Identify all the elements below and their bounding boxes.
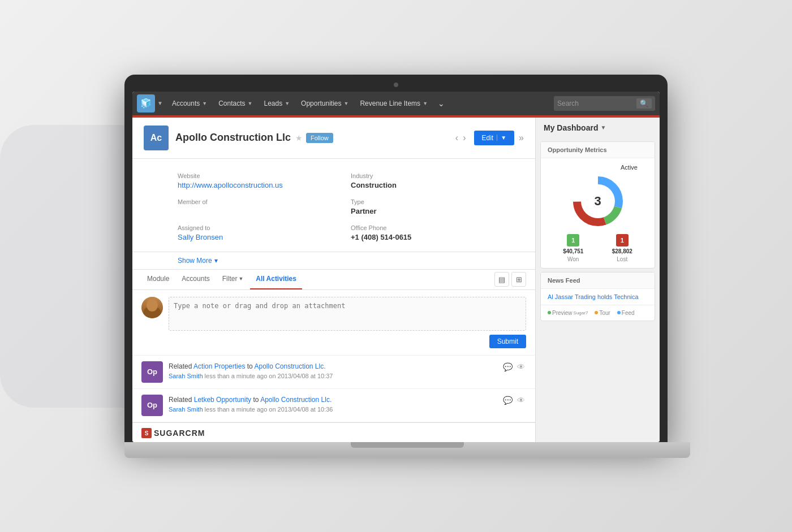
account-name: Apollo Construction Llc: [175, 132, 291, 144]
center-panel: Ac Apollo Construction Llc ★ Follow ‹ ›: [132, 118, 535, 442]
search-button[interactable]: 🔍: [636, 98, 652, 109]
type-field: Type Partner: [351, 194, 524, 220]
tab-all-activities[interactable]: All Activities: [250, 269, 302, 289]
activity-item-2: Op Related Letkeb Opportunity to Apollo …: [132, 389, 535, 422]
prev-record-button[interactable]: ‹: [453, 132, 460, 144]
laptop-camera: [394, 83, 398, 87]
view-icon-2[interactable]: 👁: [516, 395, 526, 406]
accounts-arrow-icon: ▼: [202, 101, 207, 106]
activity-link2-1[interactable]: Apollo Construction Llc.: [254, 362, 325, 370]
laptop-screen: 🧊 ▼ Accounts ▼ Contacts ▼ Leads ▼: [132, 92, 660, 442]
member-of-field: Member of: [178, 194, 351, 220]
active-label: Active: [546, 164, 649, 171]
preview-dot-icon: [548, 311, 551, 314]
website-value[interactable]: http://www.apolloconstruction.us: [178, 181, 345, 189]
activity-tabs-bar: Module Accounts Filter ▼: [132, 270, 535, 290]
laptop-base: [124, 442, 690, 458]
news-feed-title: News Feed: [541, 273, 655, 289]
activity-link1-1[interactable]: Action Properties: [193, 362, 245, 370]
nav-item-contacts[interactable]: Contacts ▼: [213, 92, 258, 115]
laptop-base-notch: [351, 442, 464, 448]
donut-chart: 3: [570, 173, 626, 230]
next-record-button[interactable]: ›: [460, 132, 468, 144]
contacts-arrow-icon: ▼: [248, 101, 253, 106]
activity-meta-1: Sarah Smith less than a minute ago on 20…: [169, 373, 496, 379]
lost-label: Lost: [617, 256, 627, 262]
feed-dot-icon: [617, 311, 621, 314]
main-area: Ac Apollo Construction Llc ★ Follow ‹ ›: [132, 118, 660, 442]
account-star-icon[interactable]: ★: [295, 133, 303, 142]
tour-dot-icon: [595, 311, 598, 314]
activity-link1-2[interactable]: Letkeb Opportunity: [194, 396, 251, 404]
grid-view-button[interactable]: ⊞: [511, 272, 526, 287]
assigned-to-field: Assigned to Sally Bronsen: [178, 220, 351, 246]
expand-button[interactable]: »: [519, 133, 524, 143]
footer-logo: S SUGARCRM: [141, 428, 205, 438]
activity-link2-2[interactable]: Apollo Construction Llc.: [260, 396, 332, 404]
show-more-button[interactable]: Show More ▾: [178, 257, 218, 265]
opportunities-arrow-icon: ▼: [343, 101, 348, 106]
note-textarea[interactable]: [169, 297, 526, 331]
follow-button[interactable]: Follow: [306, 133, 333, 143]
top-navigation: 🧊 ▼ Accounts ▼ Contacts ▼ Leads ▼: [132, 92, 660, 115]
activity-content-1: Related Action Properties to Apollo Cons…: [169, 361, 496, 379]
search-input[interactable]: [557, 100, 636, 107]
news-tab-preview[interactable]: Preview Sugar7: [545, 309, 590, 317]
edit-button[interactable]: Edit ▼: [474, 131, 515, 145]
laptop-outer: 🧊 ▼ Accounts ▼ Contacts ▼ Leads ▼: [124, 75, 668, 442]
comment-icon-2[interactable]: 💬: [502, 395, 514, 406]
industry-value: Construction: [351, 181, 518, 189]
tab-filter[interactable]: Filter ▼: [217, 269, 249, 289]
news-feed-item[interactable]: Al Jassar Trading holds Technica: [541, 289, 655, 305]
view-icon-1[interactable]: 👁: [516, 361, 526, 373]
show-more-row: Show More ▾: [132, 252, 535, 270]
website-field: Website http://www.apolloconstruction.us: [178, 168, 351, 194]
nav-item-revenue[interactable]: Revenue Line Items ▼: [354, 92, 433, 115]
won-badge: 1: [567, 234, 579, 246]
opportunity-metrics-title: Opportunity Metrics: [541, 142, 655, 158]
dashboard-title: My Dashboard ▼: [536, 118, 660, 138]
tab-module[interactable]: Module: [141, 269, 175, 289]
comment-icon-1[interactable]: 💬: [502, 361, 514, 373]
news-tab-tour[interactable]: Tour: [592, 309, 612, 317]
leads-arrow-icon: ▼: [285, 101, 290, 106]
activity-meta-2: Sarah Smith less than a minute ago on 20…: [169, 406, 496, 413]
donut-chart-container: Active: [541, 158, 655, 268]
nav-logo-dropdown[interactable]: ▼: [157, 100, 163, 106]
dashboard-dropdown-icon[interactable]: ▼: [600, 124, 606, 131]
revenue-arrow-icon: ▼: [423, 101, 428, 106]
edit-dropdown-icon: ▼: [497, 135, 506, 141]
crm-application: 🧊 ▼ Accounts ▼ Contacts ▼ Leads ▼: [132, 92, 660, 442]
activity-avatar-1: Op: [141, 361, 163, 383]
phone-value: +1 (408) 514-0615: [351, 233, 518, 241]
current-user-avatar: [141, 297, 163, 318]
industry-field: Industry Construction: [351, 168, 524, 194]
activity-section: Module Accounts Filter ▼: [132, 270, 535, 422]
activity-actions-1: 💬 👁: [502, 361, 526, 373]
tab-accounts[interactable]: Accounts: [176, 269, 215, 289]
nav-item-accounts[interactable]: Accounts ▼: [166, 92, 213, 115]
news-tab-feed[interactable]: Feed: [615, 309, 637, 317]
view-toggle: ▤ ⊞: [494, 272, 526, 287]
news-feed-tabs: Preview Sugar7 Tour Fe: [541, 305, 655, 321]
note-submit-button[interactable]: Submit: [489, 335, 526, 348]
news-feed-widget: News Feed Al Jassar Trading holds Techni…: [540, 272, 655, 321]
note-input-area: Submit: [169, 297, 526, 348]
lost-badge: 1: [616, 234, 629, 246]
nav-logo[interactable]: 🧊: [137, 94, 155, 113]
right-panel: My Dashboard ▼ Opportunity Metrics Activ…: [535, 118, 660, 442]
show-more-chevron-icon: ▾: [214, 257, 218, 265]
list-view-button[interactable]: ▤: [494, 272, 509, 287]
nav-item-opportunities[interactable]: Opportunities ▼: [295, 92, 354, 115]
details-grid: Website http://www.apolloconstruction.us…: [178, 168, 524, 246]
lost-legend: 1 $28,802 Lost: [612, 234, 632, 262]
crm-footer: S SUGARCRM: [132, 422, 535, 442]
donut-legend: 1 $40,751 Won 1: [546, 234, 649, 262]
activity-text-1: Related Action Properties to Apollo Cons…: [169, 361, 496, 371]
nav-more-button[interactable]: ⌄: [433, 99, 449, 108]
assigned-to-value[interactable]: Sally Bronsen: [178, 233, 345, 241]
nav-item-leads[interactable]: Leads ▼: [258, 92, 295, 115]
phone-field: Office Phone +1 (408) 514-0615: [351, 220, 524, 246]
lost-amount: $28,802: [612, 248, 632, 254]
note-area: Submit: [132, 290, 535, 356]
